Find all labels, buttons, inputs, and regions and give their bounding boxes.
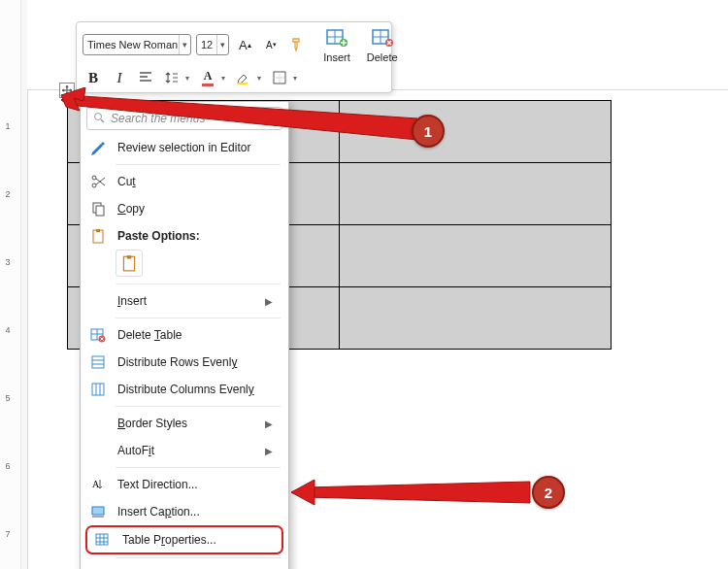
scissors-icon <box>88 172 108 191</box>
font-name-value: Times New Roman <box>83 39 179 50</box>
svg-rect-17 <box>96 206 104 216</box>
shrink-font-button[interactable]: A▾ <box>260 34 281 55</box>
font-size-value: 12 <box>197 39 216 50</box>
menu-text-direction[interactable]: A Text Direction... <box>83 471 286 498</box>
menu-search-input[interactable]: Search the menus <box>86 107 282 130</box>
svg-rect-19 <box>96 229 100 232</box>
separator <box>116 406 281 407</box>
menu-distribute-cols[interactable]: Distribute Columns Evenly <box>83 376 286 403</box>
font-color-button[interactable]: A ▾ <box>197 67 228 88</box>
chevron-right-icon: ▶ <box>265 418 273 429</box>
menu-new-comment[interactable]: New Comment <box>83 561 286 569</box>
ruler-tick-2: 2 <box>3 189 13 199</box>
annotation-badge-2-label: 2 <box>545 485 552 501</box>
svg-rect-21 <box>127 255 132 258</box>
annotation-badge-2: 2 <box>532 476 565 509</box>
svg-rect-29 <box>92 384 104 395</box>
separator <box>116 557 281 558</box>
borders-button[interactable]: ▾ <box>269 67 300 88</box>
ruler-tick-5: 5 <box>3 393 13 403</box>
paste-options-row <box>83 250 286 281</box>
table-move-handle[interactable] <box>59 83 75 98</box>
separator <box>116 318 281 318</box>
insert-label: Insert <box>323 51 350 63</box>
menu-delete-table[interactable]: Delete Table <box>83 321 286 349</box>
caption-icon <box>88 502 108 521</box>
annotation-badge-1: 1 <box>412 115 445 148</box>
format-painter-button[interactable] <box>286 34 308 55</box>
svg-line-13 <box>101 119 104 122</box>
delete-label: Delete <box>367 51 398 63</box>
italic-button[interactable]: I <box>109 67 130 88</box>
table-cell[interactable] <box>340 163 612 225</box>
ruler-tick-1: 1 <box>3 121 13 131</box>
ruler-tick-6: 6 <box>3 461 13 471</box>
svg-rect-33 <box>92 507 104 515</box>
context-menu: Search the menus Review selection in Edi… <box>80 101 289 569</box>
vertical-ruler: 1 2 3 4 5 6 7 <box>0 0 21 569</box>
mini-toolbar: Times New Roman ▾ 12 ▾ A▴ A▾ Insert Dele… <box>76 21 392 93</box>
delete-table-icon <box>88 325 108 345</box>
separator <box>116 284 281 284</box>
editor-icon <box>88 138 108 157</box>
text-direction-icon: A <box>88 475 108 494</box>
chevron-down-icon[interactable]: ▾ <box>216 35 228 54</box>
menu-search-placeholder: Search the menus <box>111 112 205 125</box>
font-size-combo[interactable]: 12 ▾ <box>196 34 229 55</box>
paste-keep-source-button[interactable] <box>116 250 143 277</box>
svg-point-14 <box>92 184 96 187</box>
separator <box>116 164 281 165</box>
table-cell[interactable] <box>340 287 612 350</box>
annotation-badge-1-label: 1 <box>424 123 432 140</box>
copy-icon <box>88 199 108 218</box>
menu-copy[interactable]: Copy <box>83 195 286 222</box>
chevron-down-icon[interactable]: ▾ <box>179 35 190 54</box>
chevron-right-icon: ▶ <box>265 296 273 307</box>
delete-table-button[interactable]: Delete <box>361 26 404 63</box>
menu-paste-options: Paste Options: <box>83 222 286 250</box>
table-cell[interactable] <box>340 225 612 287</box>
menu-insert[interactable]: Insert ▶ <box>83 287 286 315</box>
svg-rect-35 <box>96 534 108 545</box>
distribute-cols-icon <box>88 380 108 399</box>
menu-border-styles[interactable]: Border Styles ▶ <box>83 410 286 437</box>
insert-table-button[interactable]: Insert <box>317 26 356 63</box>
svg-point-15 <box>92 176 96 180</box>
align-menu-button[interactable] <box>135 67 156 88</box>
menu-table-properties[interactable]: Table Properties... <box>85 525 283 554</box>
svg-rect-8 <box>238 83 248 84</box>
menu-autofit[interactable]: AutoFit ▶ <box>83 437 286 464</box>
comment-icon <box>88 565 108 569</box>
chevron-right-icon: ▶ <box>265 446 273 456</box>
ruler-tick-3: 3 <box>3 257 13 267</box>
grow-font-button[interactable]: A▴ <box>234 34 255 55</box>
table-cell[interactable] <box>340 101 612 163</box>
menu-distribute-rows[interactable]: Distribute Rows Evenly <box>83 349 286 376</box>
menu-insert-caption[interactable]: Insert Caption... <box>83 498 286 525</box>
svg-point-12 <box>95 113 102 119</box>
highlight-color-button[interactable]: ▾ <box>233 67 264 88</box>
search-icon <box>93 112 105 126</box>
ruler-tick-7: 7 <box>3 529 13 539</box>
menu-review-in-editor[interactable]: Review selection in Editor <box>83 134 286 161</box>
line-spacing-button[interactable]: ▾ <box>161 67 192 88</box>
bold-button[interactable]: B <box>83 67 104 88</box>
menu-cut[interactable]: Cut <box>83 168 286 195</box>
distribute-rows-icon <box>88 352 108 372</box>
separator <box>116 467 281 468</box>
table-properties-icon <box>93 530 113 550</box>
font-name-combo[interactable]: Times New Roman ▾ <box>83 34 191 55</box>
paste-icon <box>88 226 108 246</box>
svg-rect-26 <box>92 356 104 368</box>
ruler-tick-4: 4 <box>3 325 13 335</box>
